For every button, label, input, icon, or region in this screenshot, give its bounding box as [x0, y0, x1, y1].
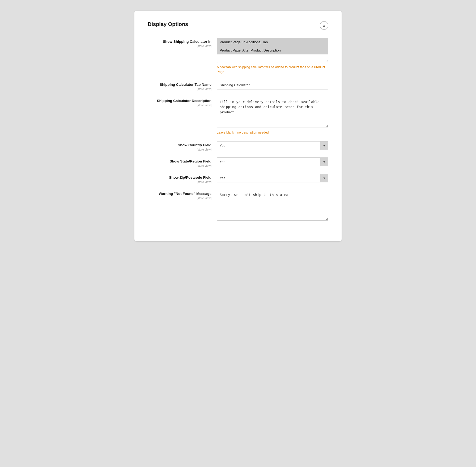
tab-name-label-col: Shipping Calculator Tab Name [store view… [148, 81, 211, 91]
show-country-row: Show Country Field [store view] Yes No ▼ [148, 141, 328, 151]
description-help: Leave blank if no description needed [217, 130, 328, 135]
show-country-select-wrapper: Yes No ▼ [217, 141, 328, 150]
display-options-card: Display Options ▲ Show Shipping Calculat… [134, 11, 342, 241]
warning-message-store-view: [store view] [148, 196, 211, 200]
show-shipping-calculator-label: Show Shipping Calculator in [148, 39, 211, 44]
show-zip-label-col: Show Zip/Postcode Field [store view] [148, 174, 211, 183]
show-zip-input-col: Yes No ▼ [217, 174, 328, 182]
warning-message-label: Warning "Not Found" Message [148, 191, 211, 196]
description-input-col: Fill in your delivery details to check a… [217, 97, 328, 135]
option-in-additional-tab[interactable]: Product Page: In Additional Tab [217, 38, 328, 46]
tab-name-store-view: [store view] [148, 87, 211, 91]
show-shipping-calculator-row: Show Shipping Calculator in [store view]… [148, 38, 328, 74]
show-state-label-col: Show State/Region Field [store view] [148, 157, 211, 167]
warning-message-input-col: Sorry, we don't ship to this area [217, 190, 328, 222]
card-header: Display Options ▲ [148, 21, 328, 30]
show-zip-select-wrapper: Yes No ▼ [217, 174, 328, 182]
show-country-store-view: [store view] [148, 148, 211, 151]
show-zip-row: Show Zip/Postcode Field [store view] Yes… [148, 174, 328, 183]
show-shipping-calculator-input-col: Product Page: In Additional Tab Product … [217, 38, 328, 74]
show-state-select[interactable]: Yes No [217, 157, 328, 166]
show-zip-select[interactable]: Yes No [217, 174, 328, 182]
show-zip-label: Show Zip/Postcode Field [148, 175, 211, 180]
warning-message-label-col: Warning "Not Found" Message [store view] [148, 190, 211, 200]
description-label-col: Shipping Calculator Description [store v… [148, 97, 211, 107]
description-textarea[interactable]: Fill in your delivery details to check a… [217, 97, 328, 128]
show-country-label: Show Country Field [148, 143, 211, 148]
show-country-label-col: Show Country Field [store view] [148, 141, 211, 151]
show-country-select[interactable]: Yes No [217, 141, 328, 150]
description-store-view: [store view] [148, 104, 211, 107]
section-title: Display Options [148, 21, 188, 27]
tab-name-row: Shipping Calculator Tab Name [store view… [148, 81, 328, 91]
chevron-up-icon: ▲ [322, 23, 326, 28]
show-country-input-col: Yes No ▼ [217, 141, 328, 150]
show-state-label: Show State/Region Field [148, 159, 211, 164]
tab-name-input[interactable] [217, 81, 328, 89]
tab-name-label: Shipping Calculator Tab Name [148, 82, 211, 87]
tab-name-input-col [217, 81, 328, 89]
show-shipping-calculator-label-col: Show Shipping Calculator in [store view] [148, 38, 211, 48]
collapse-button[interactable]: ▲ [320, 21, 328, 30]
show-zip-store-view: [store view] [148, 180, 211, 183]
show-state-store-view: [store view] [148, 164, 211, 167]
show-state-row: Show State/Region Field [store view] Yes… [148, 157, 328, 167]
show-state-input-col: Yes No ▼ [217, 157, 328, 166]
show-state-select-wrapper: Yes No ▼ [217, 157, 328, 166]
warning-message-row: Warning "Not Found" Message [store view]… [148, 190, 328, 222]
show-shipping-calculator-select[interactable]: Product Page: In Additional Tab Product … [217, 38, 328, 63]
description-row: Shipping Calculator Description [store v… [148, 97, 328, 135]
show-shipping-calculator-help: A new tab with shipping calculator will … [217, 65, 328, 74]
option-after-product-description[interactable]: Product Page: After Product Description [217, 46, 328, 54]
description-label: Shipping Calculator Description [148, 98, 211, 104]
warning-message-textarea[interactable]: Sorry, we don't ship to this area [217, 190, 328, 221]
show-shipping-calculator-store-view: [store view] [148, 44, 211, 48]
